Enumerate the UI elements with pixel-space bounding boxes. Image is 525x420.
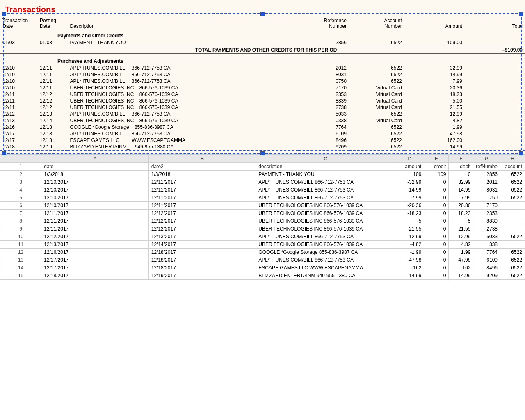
- col-header-b[interactable]: B: [148, 155, 256, 163]
- purchases-section-header: Purchases and Adjustments: [0, 56, 525, 65]
- table-row: 12/1112/12 UBER TECHNOLOGIES INC 866-576…: [0, 91, 525, 98]
- list-item: 12 12/16/201712/18/2017 GOOGLE *Google S…: [0, 249, 525, 256]
- payment-row: 01/03 01/03 PAYMENT - THANK YOU 2856 652…: [0, 39, 525, 46]
- col-header-g[interactable]: G: [473, 155, 500, 163]
- table-row: 12/1612/18 GOOGLE *Google Storage 855-83…: [0, 124, 525, 130]
- list-item: 15 12/18/201712/19/2017 BLIZZARD ENTERTA…: [0, 272, 525, 280]
- col-header-account: AccountNumber: [349, 17, 404, 30]
- table-row: 12/1012/11 APL* ITUNES.COM/BILL 866-712-…: [0, 78, 525, 84]
- table-row: 12/1712/18 ESCAPE GAMES LLC WWW.ESCAPEGA…: [0, 137, 525, 144]
- col-header-a[interactable]: A: [41, 155, 149, 163]
- header-credit[interactable]: credit: [424, 163, 449, 171]
- header-refnumber[interactable]: refNumbe: [473, 163, 500, 171]
- account-1: 6522: [349, 39, 404, 46]
- sheet-header-row: 1 date date2 description amount credit d…: [0, 163, 525, 171]
- list-item: 8 12/11/201712/12/2017 UBER TECHNOLOGIES…: [0, 217, 525, 225]
- corner-cell: [0, 155, 41, 163]
- col-header-e[interactable]: E: [424, 155, 449, 163]
- transactions-table: TransactionDate PostingDate Description …: [0, 17, 525, 151]
- page-title: Transactions: [0, 3, 525, 17]
- header-date2[interactable]: date2: [148, 163, 256, 171]
- header-description[interactable]: description: [256, 163, 395, 171]
- header-debit[interactable]: debit: [449, 163, 473, 171]
- list-item: 7 12/11/201712/12/2017 UBER TECHNOLOGIES…: [0, 210, 525, 217]
- total-1: [465, 39, 525, 46]
- list-item: 5 12/10/201712/11/2017 APL* ITUNES.COM/B…: [0, 194, 525, 202]
- amount-1: –109.00: [404, 39, 465, 46]
- table-row: 12/1712/18 APL* ITUNES.COM/BILL 866-712-…: [0, 130, 525, 137]
- table-row: 12/1812/19 BLIZZARD ENTERTAINM_ 949-955-…: [0, 144, 525, 151]
- col-header-f[interactable]: F: [449, 155, 473, 163]
- list-item: 6 12/10/201712/11/2017 UBER TECHNOLOGIES…: [0, 202, 525, 210]
- payments-total-empty: [0, 46, 68, 54]
- row-num-1: 1: [0, 163, 41, 171]
- list-item: 2 1/3/20181/3/2018 PAYMENT - THANK YOU 1…: [0, 171, 525, 178]
- table-row: 12/1112/12 UBER TECHNOLOGIES INC 866-576…: [0, 98, 525, 104]
- list-item: 14 12/17/201712/18/2017 ESCAPE GAMES LLC…: [0, 264, 525, 272]
- col-header-desc: Description: [68, 17, 299, 30]
- list-item: 9 12/11/201712/12/2017 UBER TECHNOLOGIES…: [0, 225, 525, 233]
- payments-section-header: Payments and Other Credits: [0, 30, 525, 40]
- col-header-h[interactable]: H: [500, 155, 525, 163]
- table-row: 12/1312/14 UBER TECHNOLOGIES INC 866-576…: [0, 117, 525, 124]
- desc-1: PAYMENT - THANK YOU: [68, 39, 299, 46]
- list-item: 4 12/10/201712/11/2017 APL* ITUNES.COM/B…: [0, 186, 525, 194]
- col-header-row: A B C D E F G H: [0, 155, 525, 163]
- list-item: 13 12/17/201712/18/2017 APL* ITUNES.COM/…: [0, 256, 525, 264]
- col-header-c[interactable]: C: [256, 155, 395, 163]
- col-header-amount: Amount: [404, 17, 465, 30]
- table-row: 12/1012/11 APL* ITUNES.COM/BILL 866-712-…: [0, 65, 525, 71]
- table-row: 12/1112/12 UBER TECHNOLOGIES INC 866-576…: [0, 104, 525, 111]
- col-header-trans-date: TransactionDate: [0, 17, 37, 30]
- purchases-label: Purchases and Adjustments: [0, 56, 525, 65]
- list-item: 10 12/12/201712/13/2017 APL* ITUNES.COM/…: [0, 233, 525, 241]
- payments-total-row: TOTAL PAYMENTS AND OTHER CREDITS FOR THI…: [0, 46, 525, 54]
- header-date[interactable]: date: [41, 163, 149, 171]
- spreadsheet-section: A B C D E F G H 1 date date2 description…: [0, 154, 525, 280]
- table-row: 12/1012/11 UBER TECHNOLOGIES INC 866-576…: [0, 84, 525, 91]
- payments-total-label: TOTAL PAYMENTS AND OTHER CREDITS FOR THI…: [68, 46, 465, 54]
- table-row: 12/1012/11 APL* ITUNES.COM/BILL 866-712-…: [0, 71, 525, 78]
- col-header-post-date: PostingDate: [37, 17, 68, 30]
- list-item: 11 12/13/201712/14/2017 UBER TECHNOLOGIE…: [0, 241, 525, 249]
- header-account[interactable]: account: [500, 163, 525, 171]
- table-row: 12/1212/13 APL* ITUNES.COM/BILL 866-712-…: [0, 111, 525, 117]
- list-item: 3 12/10/201712/11/2017 APL* ITUNES.COM/B…: [0, 178, 525, 186]
- payments-total-amount: –$109.00: [465, 46, 525, 54]
- col-header-total: Total: [465, 17, 525, 30]
- spreadsheet-table: A B C D E F G H 1 date date2 description…: [0, 155, 525, 280]
- col-header-d[interactable]: D: [395, 155, 424, 163]
- col-header-ref: ReferenceNumber: [299, 17, 349, 30]
- header-amount[interactable]: amount: [395, 163, 424, 171]
- payments-label: Payments and Other Credits: [0, 30, 525, 40]
- transactions-document: Transactions TransactionDate PostingDate…: [0, 0, 525, 154]
- trans-date-1: 01/03: [0, 39, 37, 46]
- post-date-1: 01/03: [37, 39, 68, 46]
- ref-1: 2856: [299, 39, 349, 46]
